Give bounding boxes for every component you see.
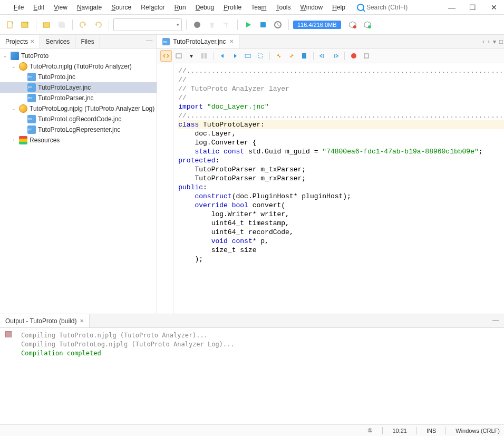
diff-button[interactable]: [198, 50, 210, 62]
svg-text:+: +: [26, 21, 29, 25]
tree-resources[interactable]: ›Resources: [0, 135, 157, 146]
tree-file1[interactable]: TutoProto.jnc: [0, 72, 157, 82]
maximize-button[interactable]: ☐: [462, 0, 483, 15]
redo-button[interactable]: [92, 18, 104, 31]
menu-bar: File Edit View Navigate Source Refactor …: [0, 0, 504, 15]
svg-rect-17: [245, 54, 250, 57]
config-selector[interactable]: [113, 18, 182, 31]
tree-root[interactable]: ⌄TutoProto: [0, 51, 157, 61]
history-button[interactable]: [173, 50, 185, 62]
next-tab-button[interactable]: ›: [488, 38, 490, 45]
tree-pkg1[interactable]: ⌄TutoProto.njplg (TutoProto Analyzer): [0, 61, 157, 72]
line-ending[interactable]: Windows (CRLF): [455, 428, 500, 434]
code-gutter: [157, 63, 174, 314]
close-icon[interactable]: ✕: [30, 38, 34, 44]
output-content[interactable]: Compiling TutoProto.njplg (TutoProto Ana…: [0, 328, 504, 424]
shift-right-button[interactable]: [329, 50, 341, 62]
menu-help[interactable]: Help: [328, 2, 350, 13]
cube-icon-2[interactable]: [361, 18, 374, 31]
macro-record-button[interactable]: [348, 50, 360, 62]
build-button[interactable]: [191, 18, 203, 31]
chevron-right-icon[interactable]: ›: [11, 137, 17, 143]
tab-list-button[interactable]: ▾: [493, 38, 496, 45]
macro-stop-button[interactable]: [361, 50, 372, 62]
close-icon[interactable]: ✕: [229, 38, 234, 44]
close-button[interactable]: ✕: [483, 0, 504, 15]
svg-rect-10: [260, 22, 266, 27]
new-project-button[interactable]: +: [19, 18, 32, 31]
clean-button[interactable]: [206, 18, 218, 31]
menu-team[interactable]: Team: [247, 2, 270, 13]
menu-navigate[interactable]: Navigate: [73, 2, 106, 13]
tree-file5[interactable]: TutoProtoLogRepresenter.jnc: [0, 124, 157, 135]
menu-debug[interactable]: Debug: [191, 2, 218, 13]
svg-rect-14: [176, 54, 181, 58]
nav-back-button[interactable]: [217, 50, 228, 62]
svg-rect-19: [302, 53, 306, 59]
notifications-icon[interactable]: ①: [367, 427, 373, 434]
nav-forward-button[interactable]: [229, 50, 241, 62]
cube-icon-1[interactable]: [346, 18, 359, 31]
prev-tab-button[interactable]: ‹: [482, 38, 484, 45]
editor-toolbar: ▾: [157, 49, 504, 63]
svg-rect-4: [43, 23, 50, 27]
debug-button[interactable]: [257, 18, 269, 31]
dropdown-button[interactable]: ▾: [186, 50, 197, 62]
tab-files[interactable]: Files: [75, 35, 100, 48]
tab-projects[interactable]: Projects ✕: [0, 35, 40, 48]
output-panel: Output - TutoProto (build) ✕ — Compiling…: [0, 314, 504, 424]
menu-view[interactable]: View: [50, 2, 72, 13]
prev-bookmark-button[interactable]: [273, 50, 285, 62]
hammer-button[interactable]: [220, 18, 233, 31]
new-file-button[interactable]: +: [4, 18, 17, 31]
chevron-down-icon[interactable]: ⌄: [11, 63, 17, 70]
source-button[interactable]: [160, 50, 172, 62]
tree-file2[interactable]: TutoProtoLayer.jnc: [0, 82, 157, 93]
profile-button[interactable]: [272, 18, 284, 31]
tree-file3[interactable]: TutoProtoParser.jnc: [0, 93, 157, 103]
menu-source[interactable]: Source: [107, 2, 135, 13]
file-icon: [27, 115, 36, 123]
editor-tab-active[interactable]: TutoProtoLayer.jnc ✕: [157, 35, 239, 48]
chevron-down-icon[interactable]: ⌄: [11, 105, 17, 112]
find-selection-button[interactable]: [242, 50, 254, 62]
toggle-bookmark-button[interactable]: [298, 50, 310, 62]
output-tab[interactable]: Output - TutoProto (build) ✕: [0, 314, 90, 327]
tree-pkg2[interactable]: ⌄TutoProtoLog.njplg (TutoProto Analyzer …: [0, 103, 157, 114]
memory-indicator[interactable]: 116.4/216.0MB: [293, 21, 341, 29]
menu-profile[interactable]: Profile: [219, 2, 246, 13]
menu-run[interactable]: Run: [170, 2, 190, 13]
minimize-button[interactable]: —: [441, 0, 462, 15]
tab-services[interactable]: Services: [40, 35, 75, 48]
undo-button[interactable]: [77, 18, 90, 31]
find-prev-button[interactable]: [255, 50, 266, 62]
next-bookmark-button[interactable]: [286, 50, 297, 62]
quick-search[interactable]: [357, 4, 440, 11]
menu-edit[interactable]: Edit: [29, 2, 49, 13]
open-button[interactable]: [41, 18, 53, 31]
chevron-down-icon[interactable]: ⌄: [2, 53, 8, 59]
menu-file[interactable]: File: [9, 2, 28, 13]
svg-text:+: +: [11, 21, 14, 25]
shift-left-button[interactable]: [317, 50, 328, 62]
svg-rect-18: [258, 54, 263, 58]
status-bar: ① 10:21 INS Windows (CRLF): [0, 424, 504, 436]
svg-point-13: [368, 25, 371, 28]
insert-mode[interactable]: INS: [427, 428, 436, 434]
file-icon: [27, 83, 36, 92]
minimize-output-button[interactable]: —: [487, 314, 504, 327]
menu-tools[interactable]: Tools: [272, 2, 295, 13]
menu-refactor[interactable]: Refactor: [137, 2, 169, 13]
close-icon[interactable]: ✕: [80, 318, 84, 324]
project-icon: [11, 52, 19, 60]
menu-window[interactable]: Window: [296, 2, 327, 13]
save-all-button[interactable]: [55, 18, 68, 31]
svg-point-20: [351, 53, 356, 59]
code-editor[interactable]: //......................................…: [157, 63, 504, 314]
run-button[interactable]: [242, 18, 255, 31]
tree-file4[interactable]: TutoProtoLogRecordCode.jnc: [0, 114, 157, 124]
minimize-panel-button[interactable]: —: [142, 35, 157, 48]
maximize-editor-button[interactable]: □: [499, 38, 503, 45]
search-input[interactable]: [366, 4, 440, 11]
editor-tabs: TutoProtoLayer.jnc ✕ ‹ › ▾ □: [157, 35, 504, 49]
